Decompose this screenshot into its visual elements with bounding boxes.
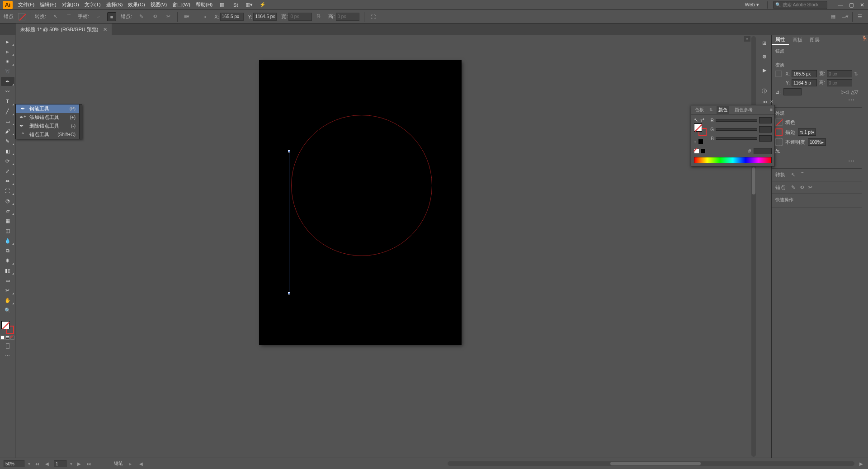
color-panel-dropper-icon[interactable]: ↖	[694, 117, 698, 122]
convert-smooth-btn[interactable]: ⌒	[800, 171, 805, 178]
y-field[interactable]: Y:	[248, 13, 277, 21]
w-input[interactable]	[288, 13, 312, 21]
spectrum-bar[interactable]	[694, 157, 772, 163]
b-value[interactable]	[759, 135, 772, 142]
window-minimize-button[interactable]: —	[837, 2, 844, 8]
menu-effect[interactable]: 效果(C)	[128, 1, 145, 8]
menu-select[interactable]: 选择(S)	[106, 1, 123, 8]
align-panel-icon[interactable]: ⊞	[759, 38, 770, 48]
scale-tool[interactable]: ⤢	[1, 166, 14, 175]
x-input[interactable]	[220, 13, 244, 21]
cut-path-icon[interactable]: ✂	[164, 12, 173, 21]
handle-show-icon[interactable]: ⟋	[94, 12, 103, 21]
free-transform-tool[interactable]: ⛶	[1, 186, 14, 195]
width-tool[interactable]: ⇔	[1, 176, 14, 185]
appearance-more-icon[interactable]: ⋯	[775, 156, 858, 166]
canvas-area[interactable]: «	[15, 35, 757, 458]
anchor-point-bottom[interactable]	[288, 292, 290, 294]
convert-corner-icon[interactable]: ↖	[51, 12, 60, 21]
line-tool[interactable]: ╱	[1, 107, 14, 116]
menu-object[interactable]: 对象(O)	[62, 1, 79, 8]
menu-edit[interactable]: 编辑(E)	[40, 1, 57, 8]
y-input[interactable]	[253, 13, 277, 21]
prop-angle-input[interactable]	[783, 88, 802, 95]
magic-wand-tool[interactable]: ✴	[1, 57, 14, 66]
menu-type[interactable]: 文字(T)	[85, 1, 101, 8]
link-wh-icon[interactable]: ⇅	[854, 71, 858, 77]
anchor-point-top[interactable]	[288, 150, 290, 152]
curvature-tool[interactable]: 〰	[1, 87, 14, 96]
hand-tool[interactable]: ✋	[1, 296, 14, 305]
flyout-add-anchor-tool[interactable]: ✒⁺ 添加锚点工具 (+)	[16, 113, 79, 122]
expand-panels-icon[interactable]: «	[744, 36, 750, 42]
zoom-tool[interactable]: 🔍	[1, 306, 14, 315]
fill-swatch[interactable]	[18, 13, 25, 20]
snap-pixel-icon[interactable]: ▦	[829, 12, 838, 21]
prop-h-input[interactable]	[827, 79, 852, 86]
fill-stroke-swatch[interactable]	[1, 321, 14, 334]
prop-stroke-weight[interactable]: ⇅1 pt ▾	[798, 128, 816, 136]
prop-y-input[interactable]	[792, 79, 817, 86]
reference-point-icon[interactable]: ▪	[201, 12, 210, 21]
flip-h-icon[interactable]: ▷◁	[841, 89, 848, 95]
h-input[interactable]	[336, 13, 359, 21]
black-swatch[interactable]	[700, 148, 706, 154]
gradient-tool[interactable]: ◫	[1, 226, 14, 235]
none-swatch[interactable]	[694, 148, 699, 154]
rectangle-tool[interactable]: ▭	[1, 117, 14, 126]
prev-artboard-icon[interactable]: ◀	[44, 460, 50, 467]
isolate-icon[interactable]: ⛶	[369, 12, 378, 21]
lasso-tool[interactable]: ➰	[1, 67, 14, 76]
panel-menu-icon[interactable]: ☰	[855, 12, 864, 21]
window-maximize-button[interactable]: ▢	[848, 2, 854, 8]
search-stock-input[interactable]: 🔍 搜索 Adobe Stock	[773, 1, 827, 9]
last-artboard-icon[interactable]: ⏭	[86, 460, 92, 467]
r-slider[interactable]	[716, 119, 757, 122]
out-of-gamut-icon[interactable]	[698, 139, 703, 144]
eyedropper-tool[interactable]: 💧	[1, 236, 14, 245]
prop-stroke-swatch[interactable]	[775, 128, 783, 136]
fx-label[interactable]: fx.	[775, 148, 781, 154]
hex-input[interactable]	[754, 148, 772, 154]
horizontal-scrollbar[interactable]	[448, 461, 854, 466]
remove-anchor-icon[interactable]: ✎	[137, 12, 146, 21]
menu-help[interactable]: 帮助(H)	[196, 1, 212, 8]
tab-color-guide[interactable]: 颜色参考	[733, 106, 755, 114]
symbol-tool[interactable]: ✻	[1, 256, 14, 265]
scroll-left-icon[interactable]: ◀	[138, 460, 144, 467]
graph-tool[interactable]: ▮▯	[1, 266, 14, 275]
prop-x-input[interactable]	[792, 70, 817, 77]
zoom-level[interactable]: 50%	[4, 460, 24, 467]
bridge-icon[interactable]: ▦	[218, 1, 226, 9]
align-icon[interactable]: ≡▾	[182, 12, 191, 21]
b-slider[interactable]	[716, 137, 757, 140]
flyout-anchor-tool[interactable]: ⌃ 锚点工具 (Shift+C)	[16, 130, 79, 139]
transform-more-icon[interactable]: ⋯	[775, 95, 858, 104]
color-panel-close-icon[interactable]: ✕	[770, 99, 774, 104]
direct-selection-tool[interactable]: ▹	[1, 47, 14, 56]
prop-opacity-input[interactable]: 100% ▸	[808, 138, 826, 146]
flip-v-icon[interactable]: △▽	[851, 89, 858, 95]
color-mode-row[interactable]	[0, 336, 14, 340]
menu-window[interactable]: 窗口(W)	[172, 1, 190, 8]
flyout-delete-anchor-tool[interactable]: ✒⁻ 删除锚点工具 (-)	[16, 122, 79, 130]
anchor-cut-btn[interactable]: ⟲	[800, 185, 804, 190]
scroll-right-icon[interactable]: ▶	[858, 460, 864, 467]
artwork-path[interactable]	[289, 151, 289, 294]
document-tab-close-icon[interactable]: ✕	[103, 27, 107, 33]
blend-tool[interactable]: ⧉	[1, 246, 14, 255]
anchor-connect-btn[interactable]: ✂	[808, 185, 812, 190]
flyout-pen-tool[interactable]: ✒ 钢笔工具 (P)	[16, 104, 79, 113]
next-artboard-icon[interactable]: ▶	[76, 460, 82, 467]
pathfinder-panel-icon[interactable]: ⚙	[759, 52, 770, 62]
workspace-switcher[interactable]: Web ▾	[742, 2, 762, 8]
document-tab[interactable]: 未标题-1* @ 50% (RGB/GPU 预览) ✕	[16, 24, 112, 35]
screen-mode[interactable]	[6, 343, 9, 349]
shape-builder-tool[interactable]: ◔	[1, 196, 14, 205]
menu-file[interactable]: 文件(F)	[18, 1, 34, 8]
convert-smooth-icon[interactable]: ⌒	[64, 12, 73, 21]
g-slider[interactable]	[716, 128, 757, 131]
edit-toolbar-icon[interactable]: ⋯	[1, 351, 14, 360]
pen-tool[interactable]: ✒	[1, 77, 14, 86]
tab-color[interactable]: 颜色	[717, 106, 729, 114]
